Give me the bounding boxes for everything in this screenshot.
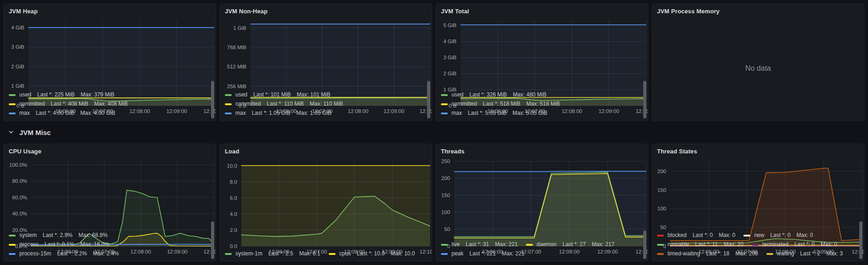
legend-item-runnable: runnableLast *: 11Max: 20 <box>657 241 743 248</box>
series-max-value: Max: 6.1 <box>299 250 320 257</box>
series-color-swatch[interactable] <box>9 244 16 246</box>
series-label[interactable]: max <box>235 110 246 117</box>
series-label[interactable]: used <box>451 91 463 98</box>
series-color-swatch[interactable] <box>752 244 759 246</box>
series-color-swatch[interactable] <box>329 253 336 255</box>
series-last-value: Last *: 408 MiB <box>51 101 88 107</box>
legend-item-committed: committedLast *: 408 MiBMax: 408 MiB <box>9 101 128 107</box>
panel-title-jvm-non-heap[interactable]: JVM Non-Heap <box>220 4 432 16</box>
legend-row: liveLast *: 31Max: 221daemonLast *: 27Ma… <box>441 241 640 248</box>
legend-scrollbar[interactable] <box>211 221 214 259</box>
series-label[interactable]: cpus <box>339 250 351 257</box>
series-last-value: Last *: 2.5 <box>268 250 293 257</box>
series-label[interactable]: blocked <box>668 232 686 239</box>
series-label[interactable]: committed <box>19 101 45 107</box>
series-label[interactable]: used <box>19 91 31 98</box>
series-color-swatch[interactable] <box>657 244 664 246</box>
legend-scrollbar[interactable] <box>643 231 646 259</box>
chart-cpu-usage[interactable]: 0.0%20.0%40.0%60.0%80.0%100.0%12:06:0012… <box>4 156 216 229</box>
series-label[interactable]: daemon <box>537 241 556 248</box>
svg-text:250: 250 <box>441 158 450 164</box>
series-max-value: Max: 1.05 GiB <box>297 110 331 117</box>
series-label[interactable]: committed <box>451 101 477 107</box>
series-label[interactable]: used <box>235 91 247 98</box>
series-label[interactable]: committed <box>235 101 261 107</box>
panel-title-jvm-heap[interactable]: JVM Heap <box>4 4 216 16</box>
svg-text:2 GiB: 2 GiB <box>443 71 457 76</box>
series-color-swatch[interactable] <box>225 113 232 114</box>
legend-item-system: systemLast *: 2.9%Max: 68.8% <box>9 232 108 239</box>
series-color-swatch[interactable] <box>657 235 664 237</box>
legend-item-system-1m: system-1mLast *: 2.5Max: 6.1 <box>225 250 320 257</box>
series-label[interactable]: system <box>19 232 37 239</box>
series-color-swatch[interactable] <box>441 244 448 246</box>
svg-text:100: 100 <box>657 206 666 211</box>
chart-jvm-heap[interactable]: 0 B1 GiB2 GiB3 GiB4 GiB12:06:0012:07:001… <box>4 16 216 88</box>
series-label[interactable]: process-15m <box>19 250 51 257</box>
legend-item-max: maxLast *: 5.05 GiBMax: 5.05 GiB <box>441 110 548 117</box>
series-color-swatch[interactable] <box>766 253 773 255</box>
series-label[interactable]: waiting <box>777 250 794 257</box>
series-color-swatch[interactable] <box>9 94 16 96</box>
series-color-swatch[interactable] <box>9 113 16 114</box>
legend-row: maxLast *: 1.05 GiBMax: 1.05 GiB <box>225 110 424 117</box>
series-color-swatch[interactable] <box>441 253 448 255</box>
series-color-swatch[interactable] <box>441 94 448 96</box>
series-label[interactable]: max <box>451 110 462 117</box>
row-title: JVM Misc <box>19 129 51 136</box>
series-color-swatch[interactable] <box>657 253 664 255</box>
series-label[interactable]: timed-waiting <box>668 250 700 257</box>
chart-jvm-total[interactable]: 0 B1 GiB2 GiB3 GiB4 GiB5 GiB12:06:0012:0… <box>436 16 648 88</box>
panel-jvm-process-memory: JVM Process Memory No data <box>652 4 864 121</box>
svg-text:6.0: 6.0 <box>230 195 237 201</box>
series-color-swatch[interactable] <box>225 253 232 255</box>
panel-title-thread-states[interactable]: Thread States <box>652 144 864 156</box>
series-color-swatch[interactable] <box>743 235 750 237</box>
series-color-swatch[interactable] <box>225 94 232 96</box>
series-color-swatch[interactable] <box>9 235 16 237</box>
series-last-value: Last *: 101 MiB <box>253 91 291 98</box>
chart-thread-states[interactable]: 05010015020012:06:0012:07:0012:08:0012:0… <box>652 156 864 229</box>
series-label[interactable]: runnable <box>668 241 689 248</box>
panel-title-jvm-process-memory[interactable]: JVM Process Memory <box>652 4 864 16</box>
series-last-value: Last *: 2.2% <box>57 250 87 257</box>
panel-title-load[interactable]: Load <box>220 144 432 156</box>
legend-row: committedLast *: 518 MiBMax: 518 MiB <box>441 101 640 107</box>
legend-row: systemLast *: 2.9%Max: 68.8% <box>9 232 208 239</box>
legend-scrollbar[interactable] <box>427 81 430 118</box>
series-color-swatch[interactable] <box>9 103 16 105</box>
panel-jvm-total: JVM Total 0 B1 GiB2 GiB3 GiB4 GiB5 GiB12… <box>436 4 648 121</box>
series-label[interactable]: live <box>451 241 460 248</box>
series-label[interactable]: system-1m <box>235 250 263 257</box>
panel-threads: Threads 05010015020025012:06:0012:07:001… <box>436 144 648 261</box>
series-last-value: Last *: 0 <box>794 241 815 248</box>
series-label[interactable]: terminated <box>762 241 788 248</box>
chart-threads[interactable]: 05010015020025012:06:0012:07:0012:08:001… <box>436 156 648 238</box>
series-label[interactable]: max <box>19 110 30 117</box>
panel-title-cpu-usage[interactable]: CPU Usage <box>4 144 216 156</box>
legend-row: committedLast *: 408 MiBMax: 408 MiB <box>9 101 208 107</box>
chart-load[interactable]: 0.02.04.06.08.010.012:06:0012:07:0012:08… <box>220 156 432 247</box>
series-color-swatch[interactable] <box>441 103 448 105</box>
series-color-swatch[interactable] <box>9 253 16 255</box>
legend-scrollbar[interactable] <box>859 221 862 259</box>
legend-thread-states: blockedLast *: 0Max: 0newLast *: 0Max: 0… <box>652 229 864 261</box>
series-max-value: Max: 518 MiB <box>526 101 560 107</box>
row-toggle-jvm-misc[interactable]: JVM Misc <box>4 121 864 144</box>
panel-title-jvm-total[interactable]: JVM Total <box>436 4 648 16</box>
series-color-swatch[interactable] <box>441 113 448 114</box>
series-color-swatch[interactable] <box>526 244 533 246</box>
legend-scrollbar[interactable] <box>211 81 214 118</box>
svg-text:50: 50 <box>444 226 450 232</box>
svg-text:4 GiB: 4 GiB <box>443 39 457 44</box>
chart-jvm-non-heap[interactable]: 0 B256 MiB512 MiB768 MiB1 GiB12:06:0012:… <box>220 16 432 88</box>
series-color-swatch[interactable] <box>225 103 232 105</box>
series-label[interactable]: new <box>754 232 764 239</box>
panel-title-threads[interactable]: Threads <box>436 144 648 156</box>
legend-row: committedLast *: 110 MiBMax: 110 MiB <box>225 101 424 107</box>
legend-scrollbar[interactable] <box>643 81 646 118</box>
series-label[interactable]: peak <box>451 250 463 257</box>
series-max-value: Max: 110 MiB <box>310 101 343 107</box>
legend-item-committed: committedLast *: 518 MiBMax: 518 MiB <box>441 101 560 107</box>
series-label[interactable]: process <box>19 241 39 248</box>
